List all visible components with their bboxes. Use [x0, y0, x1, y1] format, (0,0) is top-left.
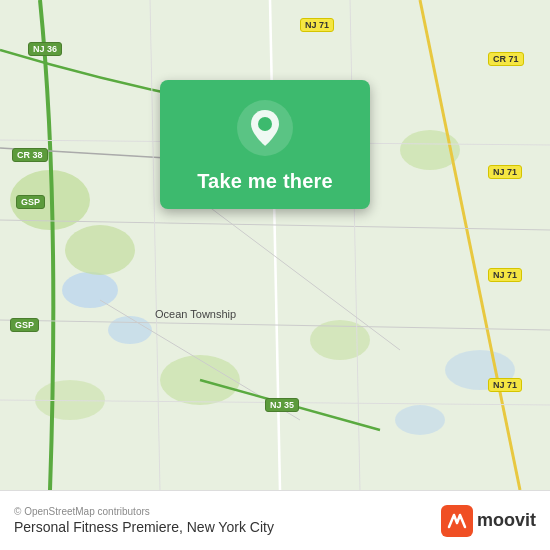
svg-point-4 [395, 405, 445, 435]
bottom-bar: © OpenStreetMap contributors Personal Fi… [0, 490, 550, 550]
road-label-nj36: NJ 36 [28, 42, 62, 56]
moovit-label: moovit [477, 510, 536, 531]
svg-point-2 [108, 316, 152, 344]
svg-point-6 [65, 225, 135, 275]
location-name: Personal Fitness Premiere, New York City [14, 519, 274, 535]
map-container: NJ 71 NJ 36 CR 38 NJ 35 GSP NJ 71 CR 71 … [0, 0, 550, 490]
road-label-nj35-bot: NJ 35 [265, 398, 299, 412]
road-label-nj71-mid: NJ 71 [488, 165, 522, 179]
svg-point-24 [258, 117, 272, 131]
bottom-left-info: © OpenStreetMap contributors Personal Fi… [14, 506, 274, 535]
road-label-cr71-top: CR 71 [488, 52, 524, 66]
road-label-gsp-top: GSP [16, 195, 45, 209]
road-label-nj71-top: NJ 71 [300, 18, 334, 32]
road-label-cr38: CR 38 [12, 148, 48, 162]
svg-point-1 [62, 272, 118, 308]
road-label-gsp-bot: GSP [10, 318, 39, 332]
road-label-nj71-mid2: NJ 71 [488, 268, 522, 282]
moovit-brand-icon [441, 505, 473, 537]
map-background [0, 0, 550, 490]
ocean-township-label: Ocean Township [155, 308, 236, 320]
copyright-text: © OpenStreetMap contributors [14, 506, 274, 517]
take-me-there-button[interactable]: Take me there [197, 170, 333, 193]
pin-icon [237, 100, 293, 156]
location-card: Take me there [160, 80, 370, 209]
road-label-nj71-bot: NJ 71 [488, 378, 522, 392]
moovit-logo: moovit [441, 505, 536, 537]
